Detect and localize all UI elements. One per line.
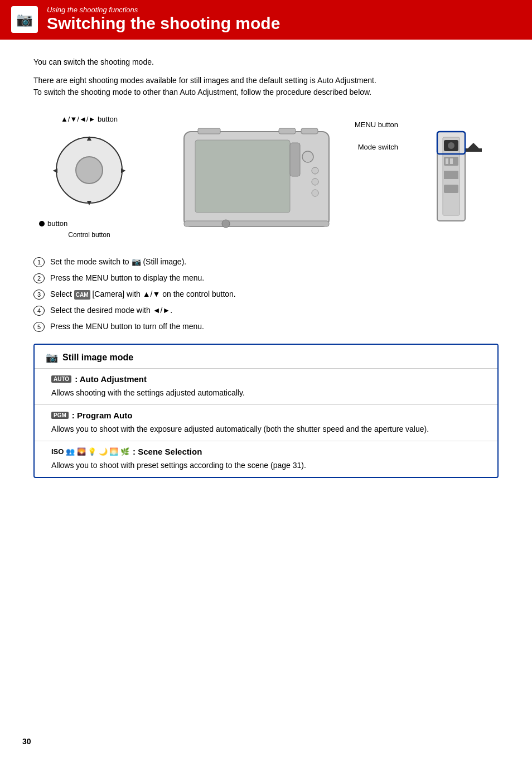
step-3-text: Select CAM [Camera] with ▲/▼ on the cont… xyxy=(50,288,236,300)
info-section-auto-title: AUTO : Auto Adjustment xyxy=(51,374,481,384)
svg-rect-9 xyxy=(198,128,220,134)
pgm-badge: PGM xyxy=(51,412,69,419)
info-box: 📷 Still image mode AUTO : Auto Adjustmen… xyxy=(33,344,499,478)
step-5: 5 Press the MENU button to turn off the … xyxy=(33,321,499,332)
info-section-scene-title: ISO 👥 🌄 💡 🌙 🌅 🌿 : Scene Selection xyxy=(51,447,481,456)
scene-desc: Allows you to shoot with preset settings… xyxy=(51,460,481,471)
svg-point-5 xyxy=(312,179,318,185)
pgm-desc: Allows you to shoot with the exposure ad… xyxy=(51,423,481,435)
step-4-num: 4 xyxy=(33,306,45,316)
svg-marker-19 xyxy=(444,171,458,179)
header-subtitle: Using the shooting functions xyxy=(47,6,280,14)
menu-button-label: MENU button xyxy=(355,120,398,129)
svg-marker-21 xyxy=(468,143,479,148)
svg-point-6 xyxy=(312,190,318,196)
mode-switch-diagram xyxy=(432,126,499,228)
step-5-num: 5 xyxy=(33,322,45,332)
main-content: You can switch the shooting mode. There … xyxy=(0,40,532,495)
control-button-bottom-label: Control button xyxy=(33,231,145,239)
intro-para1: You can switch the shooting mode. xyxy=(33,56,499,68)
arrow-left-icon: ◄ xyxy=(51,166,59,175)
svg-rect-1 xyxy=(195,140,290,213)
control-circle-container: ▲ ▼ ◄ ► xyxy=(45,126,134,215)
step-5-text: Press the MENU button to turn off the me… xyxy=(50,321,204,332)
diagram-area: ▲/▼/◄/► button ▲ ▼ ◄ ► button Control bu… xyxy=(33,115,499,239)
step-1-text: Set the mode switch to 📷 (Still image). xyxy=(50,256,186,268)
control-circle: ▲ ▼ ◄ ► xyxy=(56,137,123,204)
pgm-title-text: : Program Auto xyxy=(72,411,133,420)
info-box-title: Still image mode xyxy=(62,353,133,363)
svg-point-4 xyxy=(312,167,318,174)
svg-rect-20 xyxy=(444,185,458,193)
header-camera-icon: 📷 xyxy=(11,6,38,33)
camera-svg xyxy=(167,115,346,238)
step-3-num: 3 xyxy=(33,290,45,300)
control-button-diagram: ▲/▼/◄/► button ▲ ▼ ◄ ► button Control bu… xyxy=(33,115,145,239)
svg-rect-8 xyxy=(301,128,318,134)
steps-list: 1 Set the mode switch to 📷 (Still image)… xyxy=(33,256,499,332)
svg-rect-7 xyxy=(279,128,296,134)
step-4-text: Select the desired mode with ◄/►. xyxy=(50,305,172,316)
svg-point-3 xyxy=(302,151,313,162)
arrow-right-icon: ► xyxy=(119,166,127,175)
control-button-label-top: ▲/▼/◄/► button xyxy=(33,115,145,123)
auto-title-text: : Auto Adjustment xyxy=(75,374,147,384)
svg-rect-2 xyxy=(290,143,300,176)
info-box-camera-icon: 📷 xyxy=(46,351,58,364)
scene-icons: ISO 👥 🌄 💡 🌙 🌅 🌿 xyxy=(51,447,129,456)
svg-rect-17 xyxy=(446,158,448,164)
info-section-pgm: PGM : Program Auto Allows you to shoot w… xyxy=(35,404,497,441)
svg-point-11 xyxy=(222,220,230,228)
step-1: 1 Set the mode switch to 📷 (Still image)… xyxy=(33,256,499,268)
mode-switch-label: Mode switch xyxy=(358,143,398,151)
page-header: 📷 Using the shooting functions Switching… xyxy=(0,0,532,40)
control-inner-circle xyxy=(75,156,103,184)
mode-switch-svg xyxy=(432,126,487,226)
svg-point-15 xyxy=(448,142,454,149)
step-2-num: 2 xyxy=(33,273,45,283)
step-2: 2 Press the MENU button to display the m… xyxy=(33,272,499,284)
bullet-button-label: button xyxy=(39,219,67,228)
header-text-block: Using the shooting functions Switching t… xyxy=(47,6,280,33)
info-box-header: 📷 Still image mode xyxy=(35,345,497,368)
svg-rect-10 xyxy=(184,221,329,226)
button-label-area: button xyxy=(33,219,145,228)
arrow-down-icon: ▼ xyxy=(85,198,93,207)
scene-title-text: : Scene Selection xyxy=(133,447,202,456)
info-section-auto: AUTO : Auto Adjustment Allows shooting w… xyxy=(35,368,497,404)
svg-rect-18 xyxy=(450,158,453,164)
info-section-pgm-title: PGM : Program Auto xyxy=(51,411,481,420)
auto-desc: Allows shooting with the settings adjust… xyxy=(51,387,481,399)
intro-para2: There are eight shooting modes available… xyxy=(33,75,499,98)
bullet-dot xyxy=(39,221,45,226)
step-1-num: 1 xyxy=(33,257,45,267)
page-number: 30 xyxy=(22,737,31,746)
info-section-scene: ISO 👥 🌄 💡 🌙 🌅 🌿 : Scene Selection Allows… xyxy=(35,441,497,477)
step-2-text: Press the MENU button to display the men… xyxy=(50,272,204,284)
header-title: Switching the shooting mode xyxy=(47,14,280,33)
camera-body-diagram: MENU button Mode switch xyxy=(167,115,409,239)
step-3: 3 Select CAM [Camera] with ▲/▼ on the co… xyxy=(33,288,499,300)
arrow-up-icon: ▲ xyxy=(85,133,93,142)
svg-rect-22 xyxy=(465,148,482,152)
auto-badge: AUTO xyxy=(51,375,71,383)
step-4: 4 Select the desired mode with ◄/►. xyxy=(33,305,499,316)
